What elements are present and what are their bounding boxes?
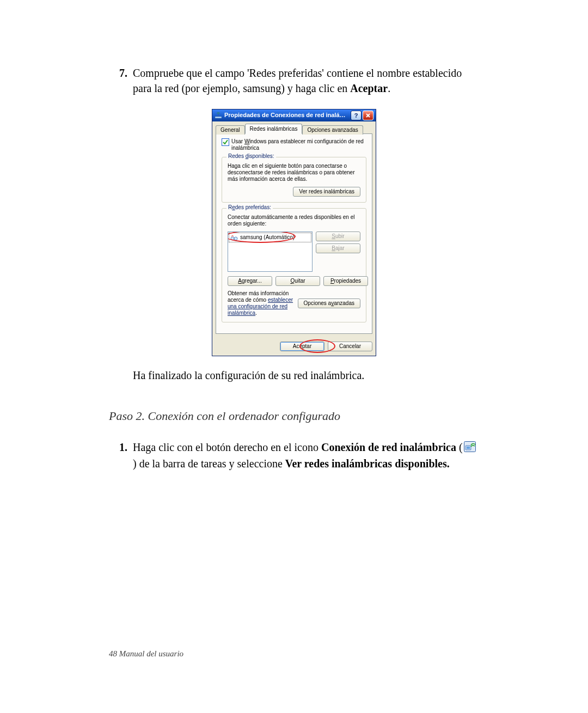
info-suffix: .: [255, 310, 257, 316]
cancel-button[interactable]: Cancelar: [328, 342, 372, 351]
tab-strip: General Redes inalámbricas Opciones avan…: [216, 124, 372, 134]
move-down-button[interactable]: Bajar: [316, 243, 360, 253]
dialog-title: Propiedades de Conexiones de red inalámb…: [224, 112, 351, 119]
ok-button[interactable]: Aceptar: [280, 342, 324, 351]
info-text-block: Obtener más información acerca de cómo e…: [228, 290, 295, 316]
s1-tail: ) de la barra de tareas y seleccione: [133, 458, 285, 470]
up-l: ubir: [335, 233, 345, 239]
list-item-label: samsung (Automático): [240, 234, 295, 241]
use-windows-label: Usar Windows para establecer mi configur…: [231, 138, 366, 151]
rm-u: Q: [290, 278, 295, 284]
checkmark-icon: [223, 139, 228, 145]
close-icon: [365, 113, 371, 118]
dialog-footer: Aceptar Cancelar: [212, 337, 376, 356]
dn-l: ajar: [335, 245, 345, 251]
tab-panel: Usar Windows para establecer mi configur…: [216, 133, 372, 334]
wireless-properties-dialog: Propiedades de Conexiones de red inalámb…: [212, 109, 376, 356]
move-up-button[interactable]: Subir: [316, 231, 360, 241]
titlebar: Propiedades de Conexiones de red inalámb…: [212, 109, 376, 121]
s1-bold2: Ver redes inalámbricas disponibles.: [285, 458, 450, 470]
svg-point-6: [234, 237, 237, 240]
pref-leg-suf: des preferidas:: [235, 204, 271, 210]
step-number: 7.: [109, 65, 133, 96]
uw-ukey: W: [244, 138, 249, 144]
step-7: 7. Compruebe que el campo 'Redes preferi…: [109, 65, 479, 96]
avail-leg-suf: isponibles:: [248, 153, 274, 159]
adv-suf: anzadas: [334, 300, 354, 306]
step7-suffix: .: [388, 82, 390, 94]
step7-bold: Aceptar: [350, 82, 388, 94]
preferred-listbox[interactable]: samsung (Automático): [228, 231, 313, 272]
wireless-tray-icon: [464, 441, 476, 456]
tab-wireless[interactable]: Redes inalámbricas: [245, 124, 303, 134]
add-u: A: [238, 278, 242, 284]
remove-button[interactable]: Quitar: [275, 276, 320, 286]
section-heading: Paso 2. Conexión con el ordenador config…: [109, 409, 479, 423]
available-networks-group: Redes disponibles: Haga clic en el sigui…: [222, 157, 366, 203]
adv-pre: Opciones a: [304, 300, 332, 306]
tab-advanced-options[interactable]: Opciones avanzadas: [302, 125, 363, 135]
pr-u: P: [330, 278, 334, 284]
available-text: Haga clic en el siguiente botón para con…: [228, 163, 360, 182]
step-text: Haga clic con el botón derecho en el ico…: [133, 440, 479, 471]
s1-prefix: Haga clic con el botón derecho en el ico…: [133, 441, 321, 453]
preferred-networks-group: Redes preferidas: Conectar automáticamen…: [222, 208, 366, 322]
step7-prefix: Compruebe que el campo 'Redes preferidas…: [133, 67, 462, 94]
s1-bold1: Conexión de red inalámbrica: [321, 441, 456, 453]
s1-mid: (: [456, 441, 463, 453]
uw-suffix: indows para establecer mi configuración …: [231, 138, 364, 151]
properties-button[interactable]: Propiedades: [323, 276, 368, 286]
dn-u: B: [332, 245, 335, 251]
add-button[interactable]: Agregar...: [228, 276, 272, 286]
page-footer: 48 Manual del usuario: [109, 649, 183, 659]
uw-prefix: Usar: [231, 138, 244, 144]
close-button[interactable]: [363, 111, 373, 120]
tab-general[interactable]: General: [216, 125, 245, 135]
advanced-options-button[interactable]: Opciones avanzadas: [298, 298, 360, 308]
followup-text: Ha finalizado la configuración de su red…: [133, 369, 479, 382]
svg-rect-0: [215, 117, 222, 118]
list-item[interactable]: samsung (Automático): [229, 233, 311, 242]
use-windows-checkbox[interactable]: [222, 138, 229, 146]
network-adhoc-icon: [230, 234, 238, 241]
rm-l: uitar: [295, 278, 305, 284]
preferred-legend: Redes preferidas:: [226, 204, 273, 211]
pr-l: ropiedades: [334, 278, 361, 284]
step-text: Compruebe que el campo 'Redes preferidas…: [133, 65, 479, 96]
wireless-titlebar-icon: [215, 112, 222, 119]
svg-rect-9: [467, 447, 470, 449]
step-1: 1. Haga clic con el botón derecho en el …: [109, 440, 479, 471]
help-button[interactable]: ?: [351, 111, 362, 120]
svg-point-5: [231, 237, 234, 240]
add-l: gregar...: [242, 278, 262, 284]
up-u: S: [332, 233, 335, 239]
available-legend: Redes disponibles:: [226, 153, 276, 160]
preferred-text: Conectar automáticamente a redes disponi…: [228, 214, 360, 227]
svg-point-2: [218, 113, 219, 114]
view-wireless-button[interactable]: Ver redes inalámbricas: [293, 187, 360, 197]
avail-leg-pre: Redes: [228, 153, 246, 159]
step-number: 1.: [109, 440, 133, 471]
